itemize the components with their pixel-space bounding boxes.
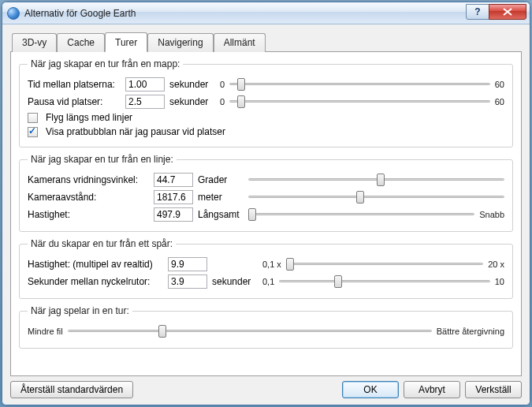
- ok-button[interactable]: OK: [342, 381, 399, 398]
- row-record-quality: Mindre fil Bättre återgivning: [28, 324, 504, 338]
- row-keyframes: Sekunder mellan nyckelrutor: sekunder 0,…: [28, 274, 504, 289]
- input-keyframes[interactable]: [168, 274, 207, 289]
- min-time-between: 0: [220, 80, 225, 89]
- cancel-button[interactable]: Avbryt: [404, 381, 460, 398]
- group-recording-legend: När jag spelar in en tur:: [28, 305, 132, 316]
- app-icon: [7, 7, 20, 20]
- slider-line-speed[interactable]: [248, 207, 474, 222]
- input-track-speed[interactable]: [168, 257, 207, 271]
- dialog-footer: Återställ standardvärden OK Avbryt Verks…: [10, 376, 522, 398]
- group-from-track-legend: När du skapar en tur från ett spår:: [28, 238, 176, 249]
- slider-camera-angle[interactable]: [248, 173, 504, 187]
- checkbox-fly-along[interactable]: [28, 113, 38, 123]
- label-fly-along[interactable]: Flyg längs med linjer: [46, 112, 132, 123]
- group-recording: När jag spelar in en tur: Mindre fil Bät…: [19, 305, 513, 349]
- input-camera-distance[interactable]: [154, 190, 193, 204]
- label-show-balloon[interactable]: Visa pratbubblan när jag pausar vid plat…: [46, 126, 225, 137]
- max-keyframes: 10: [495, 277, 504, 286]
- label-keyframes: Sekunder mellan nyckelrutor:: [28, 276, 163, 287]
- label-camera-distance: Kameraavstånd:: [28, 192, 149, 203]
- min-line-speed: Långsamt: [198, 209, 244, 220]
- row-time-between: Tid mellan platserna: sekunder 0 60: [28, 77, 504, 91]
- tab-cache[interactable]: Cache: [57, 33, 105, 52]
- slider-record-quality[interactable]: [68, 324, 432, 338]
- max-record-quality: Bättre återgivning: [437, 327, 504, 336]
- min-record-quality: Mindre fil: [28, 327, 63, 336]
- slider-camera-distance[interactable]: [248, 190, 504, 204]
- max-line-speed: Snabb: [479, 210, 504, 219]
- group-from-line: När jag skapar en tur från en linje: Kam…: [19, 154, 513, 232]
- row-line-speed: Hastighet: Långsamt Snabb: [28, 207, 504, 222]
- input-time-between[interactable]: [125, 77, 165, 91]
- row-pause-at: Pausa vid platser: sekunder 0 60: [28, 95, 504, 109]
- help-button[interactable]: ?: [466, 4, 489, 20]
- window-buttons: ?: [467, 4, 530, 20]
- slider-pause-at[interactable]: [229, 95, 490, 109]
- label-track-speed: Hastighet: (multipel av realtid): [28, 259, 163, 270]
- min-keyframes: 0,1: [262, 277, 274, 286]
- row-fly-along: Flyg längs med linjer: [28, 112, 504, 123]
- input-pause-at[interactable]: [125, 95, 165, 109]
- row-show-balloon: Visa pratbubblan när jag pausar vid plat…: [28, 126, 504, 137]
- group-from-line-legend: När jag skapar en tur från en linje:: [28, 154, 177, 165]
- row-track-speed: Hastighet: (multipel av realtid) 0,1 x 2…: [28, 257, 504, 271]
- group-from-folder: När jag skapar en tur från en mapp: Tid …: [19, 58, 513, 147]
- unit-camera-distance: meter: [198, 192, 244, 203]
- unit-keyframes: sekunder: [212, 276, 258, 287]
- dialog-window: Alternativ för Google Earth ? 3D-vy Cach…: [2, 2, 530, 405]
- row-camera-distance: Kameraavstånd: meter: [28, 190, 504, 204]
- tab-3d-vy[interactable]: 3D-vy: [12, 33, 57, 52]
- slider-track-speed[interactable]: [286, 257, 483, 271]
- group-from-track: När du skapar en tur från ett spår: Hast…: [19, 238, 513, 299]
- label-line-speed: Hastighet:: [28, 209, 149, 220]
- window-title: Alternativ för Google Earth: [24, 8, 467, 19]
- group-from-folder-legend: När jag skapar en tur från en mapp:: [28, 58, 183, 69]
- min-track-speed: 0,1 x: [262, 260, 281, 269]
- close-button[interactable]: [489, 4, 526, 20]
- max-time-between: 60: [495, 80, 504, 89]
- input-camera-angle[interactable]: [154, 173, 193, 187]
- label-pause-at: Pausa vid platser:: [28, 96, 121, 107]
- tab-allmant[interactable]: Allmänt: [214, 33, 266, 52]
- max-pause-at: 60: [495, 97, 504, 106]
- unit-time-between: sekunder: [169, 79, 215, 90]
- checkbox-show-balloon[interactable]: [28, 127, 38, 137]
- slider-keyframes[interactable]: [279, 274, 489, 289]
- tab-strip: 3D-vy Cache Turer Navigering Allmänt: [10, 33, 522, 52]
- tab-panel-turer: När jag skapar en tur från en mapp: Tid …: [10, 51, 522, 376]
- tab-turer[interactable]: Turer: [105, 32, 147, 52]
- row-camera-angle: Kamerans vridningsvinkel: Grader: [28, 173, 504, 187]
- max-track-speed: 20 x: [488, 260, 504, 269]
- titlebar[interactable]: Alternativ för Google Earth ?: [2, 2, 530, 24]
- apply-button[interactable]: Verkställ: [465, 381, 522, 398]
- slider-time-between[interactable]: [229, 77, 490, 91]
- reset-defaults-button[interactable]: Återställ standardvärden: [10, 381, 133, 398]
- min-pause-at: 0: [220, 97, 225, 106]
- label-time-between: Tid mellan platserna:: [28, 79, 121, 90]
- client-area: 3D-vy Cache Turer Navigering Allmänt När…: [2, 24, 530, 405]
- unit-camera-angle: Grader: [198, 174, 244, 185]
- tab-navigering[interactable]: Navigering: [147, 33, 213, 52]
- unit-pause-at: sekunder: [169, 96, 215, 107]
- label-camera-angle: Kamerans vridningsvinkel:: [28, 174, 149, 185]
- input-line-speed[interactable]: [154, 207, 193, 222]
